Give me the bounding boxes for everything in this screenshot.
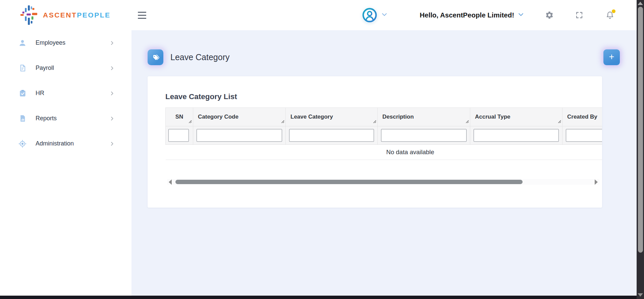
- top-header: Hello, AscentPeople Limited!: [131, 0, 644, 30]
- chevron-right-icon: [109, 141, 115, 146]
- column-resize-handle-icon[interactable]: [373, 118, 376, 125]
- column-header-category-code[interactable]: Category Code: [193, 108, 286, 126]
- sidebar: ASCENTPEOPLE Employees: [0, 0, 131, 299]
- filter-input-leave-category[interactable]: [289, 129, 374, 142]
- sidebar-item-hr[interactable]: HR: [0, 81, 131, 106]
- chevron-right-icon: [109, 91, 115, 96]
- user-icon: [18, 39, 26, 47]
- empty-state-message: No data available: [166, 145, 602, 160]
- page-title-row: Leave Category +: [148, 49, 620, 65]
- logo-text-people: PEOPLE: [77, 11, 110, 19]
- gear-icon[interactable]: [545, 11, 554, 19]
- sidebar-item-label: Payroll: [36, 65, 54, 72]
- column-header-description[interactable]: Description: [378, 108, 470, 126]
- fullscreen-icon[interactable]: [575, 11, 583, 19]
- bottom-edge-strip: [0, 296, 644, 299]
- column-resize-handle-icon[interactable]: [281, 118, 284, 125]
- tags-icon[interactable]: [148, 49, 163, 65]
- empty-state-row: No data available: [166, 145, 602, 160]
- filter-input-accrual-type[interactable]: [474, 129, 559, 142]
- sidebar-item-label: Administration: [36, 140, 74, 147]
- chevron-right-icon: [109, 116, 115, 121]
- sidebar-nav: Employees Payroll: [0, 30, 131, 156]
- chevron-down-icon: [518, 11, 524, 19]
- column-label: Created By: [567, 114, 597, 120]
- logo[interactable]: ASCENTPEOPLE: [0, 0, 131, 30]
- column-label: Accrual Type: [475, 114, 511, 120]
- table-viewport: SN Category Code: [165, 108, 602, 160]
- column-header-sn[interactable]: SN: [166, 108, 193, 126]
- filter-input-created-by[interactable]: [566, 129, 602, 142]
- column-label: Leave Category: [290, 114, 333, 120]
- chevron-right-icon: [109, 66, 115, 71]
- horizontal-scroll-thumb[interactable]: [175, 180, 523, 184]
- logo-icon: [20, 5, 38, 25]
- main-area: Hello, AscentPeople Limited!: [131, 0, 644, 299]
- filter-input-sn[interactable]: [168, 129, 189, 142]
- horizontal-scrollbar[interactable]: [167, 179, 599, 185]
- avatar[interactable]: [362, 7, 377, 23]
- hamburger-menu-icon[interactable]: [136, 10, 148, 21]
- sidebar-item-label: Reports: [36, 115, 57, 122]
- sidebar-item-reports[interactable]: Reports: [0, 106, 131, 131]
- greeting-text: Hello, AscentPeople Limited!: [420, 11, 514, 19]
- leave-category-card: Leave Category List SN: [148, 76, 602, 208]
- card-heading: Leave Category List: [165, 92, 602, 101]
- notification-dot: [612, 9, 615, 13]
- column-label: SN: [175, 114, 183, 120]
- column-resize-handle-icon[interactable]: [188, 118, 192, 125]
- scroll-up-arrow-icon[interactable]: [638, 2, 643, 5]
- column-resize-handle-icon[interactable]: [465, 118, 469, 125]
- table-filter-row: [166, 126, 602, 145]
- header-right-cluster: Hello, AscentPeople Limited!: [362, 7, 614, 23]
- table-header-row: SN Category Code: [166, 108, 602, 126]
- vertical-scrollbar[interactable]: [637, 0, 644, 299]
- scroll-down-arrow-icon[interactable]: [638, 293, 643, 297]
- bell-icon[interactable]: [605, 11, 614, 20]
- report-file-icon: [18, 115, 26, 123]
- leave-category-table: SN Category Code: [165, 108, 602, 160]
- filter-input-description[interactable]: [381, 129, 467, 142]
- scroll-right-arrow-icon[interactable]: [595, 179, 598, 185]
- sidebar-item-administration[interactable]: Administration: [0, 131, 131, 156]
- horizontal-scroll-track[interactable]: [174, 179, 592, 185]
- column-header-accrual-type[interactable]: Accrual Type: [470, 108, 562, 126]
- target-icon: [18, 140, 26, 148]
- page-title: Leave Category: [170, 52, 230, 62]
- page-content: Leave Category + Leave Category List: [131, 30, 644, 208]
- scroll-left-arrow-icon[interactable]: [169, 179, 172, 185]
- vertical-scroll-thumb[interactable]: [638, 7, 643, 253]
- clipboard-check-icon: [18, 89, 26, 97]
- chevron-down-icon: [381, 11, 388, 19]
- sidebar-item-label: HR: [36, 90, 44, 97]
- filter-input-category-code[interactable]: [197, 129, 282, 142]
- column-header-leave-category[interactable]: Leave Category: [286, 108, 378, 126]
- file-icon: [18, 64, 26, 72]
- column-header-created-by[interactable]: Created By: [562, 108, 602, 126]
- sidebar-item-employees[interactable]: Employees: [0, 30, 131, 55]
- column-label: Description: [382, 114, 414, 120]
- sidebar-item-payroll[interactable]: Payroll: [0, 55, 131, 81]
- logo-wordmark: ASCENTPEOPLE: [43, 11, 111, 19]
- logo-text-ascent: ASCENT: [43, 11, 77, 19]
- app-root: ASCENTPEOPLE Employees: [0, 0, 644, 299]
- user-menu[interactable]: [362, 7, 388, 23]
- column-resize-handle-icon[interactable]: [557, 118, 561, 125]
- sidebar-item-label: Employees: [36, 39, 65, 46]
- column-label: Category Code: [198, 114, 238, 120]
- chevron-right-icon: [109, 40, 115, 46]
- tenant-menu[interactable]: Hello, AscentPeople Limited!: [420, 11, 524, 19]
- add-button[interactable]: +: [603, 49, 620, 65]
